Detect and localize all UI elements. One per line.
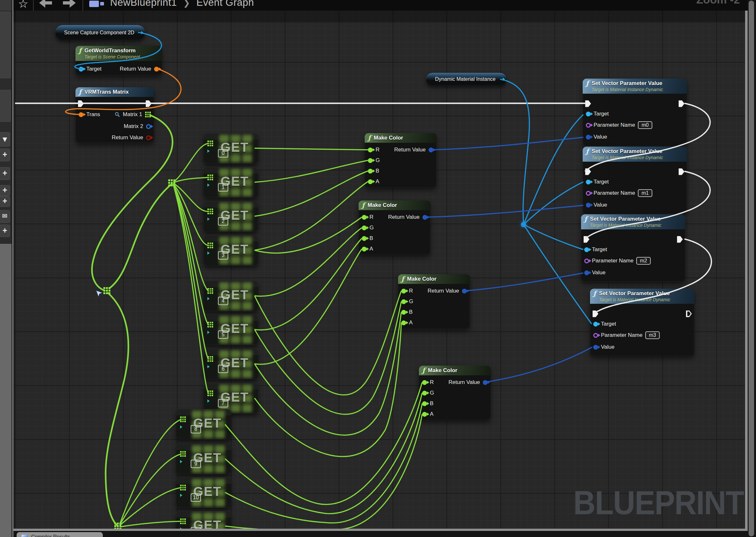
- pin[interactable]: [584, 270, 589, 275]
- array-pin[interactable]: [168, 179, 175, 186]
- reroute-node-blue[interactable]: [521, 222, 526, 227]
- wire-get5-g3[interactable]: [254, 302, 401, 414]
- exec-pin[interactable]: [679, 168, 685, 175]
- add-button[interactable]: +: [0, 185, 10, 196]
- pin[interactable]: [428, 147, 433, 152]
- pin[interactable]: [584, 247, 589, 252]
- pin[interactable]: [368, 147, 373, 152]
- pin[interactable]: [483, 380, 488, 385]
- pin[interactable]: [79, 112, 83, 117]
- graph-surface[interactable]: BLUEPRINT Scene Capture Component 2D Dyn…: [14, 11, 748, 531]
- index-value-box[interactable]: 0: [218, 149, 228, 157]
- wire-get2-b[interactable]: [254, 171, 368, 216]
- wire-get3-r2[interactable]: [254, 217, 362, 253]
- pin[interactable]: [586, 191, 591, 196]
- wire-color2-value[interactable]: [426, 205, 583, 217]
- pin[interactable]: [362, 236, 367, 241]
- parameter-name-value[interactable]: m3: [645, 331, 659, 339]
- pin[interactable]: [362, 215, 367, 220]
- array-pin[interactable]: [207, 356, 213, 362]
- index-value-box[interactable]: 6: [218, 365, 228, 373]
- node-vrmtrans-matrix[interactable]: ƒ VRMTrans Matrix Trans Matrix 1 Matrix …: [75, 87, 154, 143]
- add-button[interactable]: +: [0, 167, 10, 180]
- exec-pin[interactable]: [677, 236, 683, 243]
- node-set-vector-parameter-m1[interactable]: ƒ Set Vector Parameter ValueTarget is Ma…: [583, 146, 687, 214]
- node-dynamic-material-instance[interactable]: Dynamic Material Instance: [426, 73, 507, 86]
- wire-get6-b3[interactable]: [254, 312, 401, 435]
- pin[interactable]: [593, 322, 598, 327]
- node-array-get-6[interactable]: GET 6: [203, 349, 258, 379]
- wire-dmi-target-m0[interactable]: [524, 114, 583, 225]
- wire-get3-a[interactable]: [254, 182, 368, 250]
- pin[interactable]: [584, 259, 589, 263]
- node-make-color-1[interactable]: ƒ Make ColorRGBAReturn Value: [365, 133, 437, 188]
- pin[interactable]: [422, 401, 427, 406]
- pin[interactable]: [593, 333, 598, 338]
- array-input-pin[interactable]: [180, 485, 186, 490]
- array-pin[interactable]: [207, 209, 213, 214]
- pin[interactable]: [146, 124, 151, 129]
- wire-dmi-target-m1[interactable]: [524, 182, 583, 225]
- pin[interactable]: [154, 67, 159, 71]
- array-pin[interactable]: [207, 141, 213, 146]
- pin[interactable]: [586, 123, 591, 128]
- pin[interactable]: [586, 112, 591, 116]
- wire-array-get8[interactable]: [120, 419, 181, 524]
- exec-pin[interactable]: [146, 101, 152, 107]
- pin[interactable]: [79, 67, 83, 71]
- array-pin[interactable]: [180, 451, 186, 457]
- index-value-box[interactable]: 10: [191, 493, 201, 502]
- node-set-vector-parameter-m0[interactable]: ƒ Set Vector Parameter ValueTarget is Ma…: [583, 79, 687, 146]
- exec-pin[interactable]: [686, 310, 692, 317]
- array-pin[interactable]: [103, 287, 111, 294]
- array-pin[interactable]: [207, 175, 213, 180]
- exec-pin[interactable]: [585, 168, 591, 175]
- array-pin[interactable]: [207, 288, 213, 294]
- wire-dmi-down[interactable]: [500, 79, 529, 225]
- index-value-box[interactable]: 7: [218, 399, 228, 407]
- node-array-get-0[interactable]: GET 0: [203, 133, 258, 164]
- breadcrumb-blueprint-name[interactable]: NewBlueprint1: [110, 0, 177, 8]
- wire-get4-r3[interactable]: [254, 291, 401, 395]
- pin[interactable]: [368, 169, 373, 174]
- exec-pin[interactable]: [78, 101, 84, 107]
- node-array-get-1[interactable]: GET 1: [203, 167, 258, 198]
- array-input-pin[interactable]: [207, 322, 213, 328]
- add-button[interactable]: +: [0, 196, 10, 207]
- array-input-pin[interactable]: [207, 391, 213, 396]
- reroute-node-upper[interactable]: [168, 179, 175, 186]
- index-value-box[interactable]: 3: [218, 251, 228, 260]
- wire-reroute-up[interactable]: [109, 184, 172, 289]
- collapse-chevron-button[interactable]: ▾: [0, 132, 10, 146]
- array-input-pin[interactable]: [207, 242, 213, 248]
- array-input-pin[interactable]: [207, 288, 213, 294]
- reroute-node-left[interactable]: [103, 287, 111, 294]
- exec-pin[interactable]: [584, 236, 589, 243]
- pin[interactable]: [586, 135, 591, 140]
- wire-reroute-down[interactable]: [106, 293, 128, 526]
- node-array-get-3[interactable]: GET 3: [203, 235, 258, 266]
- pin[interactable]: [401, 320, 406, 325]
- array-pin[interactable]: [207, 322, 213, 328]
- wire-color4-value[interactable]: [484, 347, 592, 382]
- wire-array-get9[interactable]: [120, 454, 181, 525]
- wire-get4-g2[interactable]: [254, 228, 362, 296]
- wire-array-get4[interactable]: [173, 184, 208, 291]
- wire-color3-value[interactable]: [463, 273, 583, 291]
- pin[interactable]: [146, 135, 151, 140]
- add-button[interactable]: +: [0, 225, 10, 237]
- wire-get0-r[interactable]: [254, 148, 368, 150]
- wire-dmi-target-m2[interactable]: [524, 225, 583, 250]
- pin[interactable]: [401, 299, 406, 304]
- vertical-scrollbar[interactable]: [748, 0, 756, 537]
- pin[interactable]: [362, 247, 367, 252]
- pin[interactable]: [422, 412, 427, 417]
- wire-array-get10[interactable]: [120, 488, 181, 525]
- pin[interactable]: [593, 345, 598, 350]
- array-pin[interactable]: [145, 112, 151, 117]
- index-value-box[interactable]: 1: [218, 183, 228, 191]
- exec-pin[interactable]: [593, 310, 599, 317]
- wire-color1-value[interactable]: [433, 137, 583, 150]
- pin[interactable]: [586, 180, 591, 185]
- node-set-vector-parameter-m3[interactable]: ƒ Set Vector Parameter ValueTarget is Ma…: [590, 289, 694, 356]
